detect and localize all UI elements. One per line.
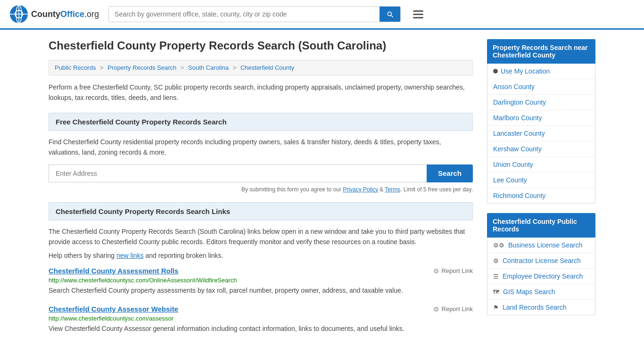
breadcrumb-link-chesterfield[interactable]: Chesterfield County [240, 64, 294, 71]
marlboro-county-link[interactable]: Marlboro County [493, 114, 542, 122]
content-area: Chesterfield County Property Records Sea… [49, 39, 473, 343]
link-item-header: Chesterfield County Assessment Rolls ⚙ R… [49, 267, 473, 275]
employee-directory-link[interactable]: Employee Directory Search [503, 272, 583, 280]
sidebar-item-land-records[interactable]: ⚑ Land Records Search [487, 300, 595, 315]
report-link-label: Report Link [442, 305, 473, 313]
link-item: Chesterfield County Assessment Rolls ⚙ R… [49, 267, 473, 296]
report-link-label: Report Link [442, 267, 473, 274]
search-icon [386, 10, 394, 18]
page-header: CountyOffice.org [0, 0, 644, 30]
free-search-heading: Free Chesterfield County Property Record… [49, 113, 473, 131]
sidebar-item-darlington[interactable]: Darlington County [487, 95, 595, 110]
intro-text: Perform a free Chesterfield County, SC p… [49, 82, 473, 103]
header-search-button[interactable] [380, 7, 400, 22]
nearby-counties-box: Use My Location Anson County Darlington … [487, 64, 595, 204]
land-icon: ⚑ [493, 304, 499, 311]
lee-county-link[interactable]: Lee County [493, 176, 527, 184]
logo-icon [9, 5, 28, 24]
sidebar-item-richmond[interactable]: Richmond County [487, 188, 595, 203]
link-item-header: Chesterfield County Assessor Website ⚙ R… [49, 305, 473, 313]
link-item: Chesterfield County Assessor Website ⚙ R… [49, 305, 473, 334]
report-icon: ⚙ [433, 305, 439, 313]
share-text-post: and reporting broken links. [144, 252, 223, 259]
disclaimer-and: & [378, 186, 385, 193]
business-license-link[interactable]: Business License Search [508, 241, 582, 249]
public-records-box: ⚙⚙ Business License Search ⚙ Contractor … [487, 238, 595, 315]
report-icon: ⚙ [433, 267, 439, 275]
disclaimer-pre: By submitting this form you agree to our [241, 186, 343, 193]
link-url: http://www.chesterfieldcountysc.com/asse… [49, 315, 473, 322]
new-links-link[interactable]: new links [116, 252, 144, 259]
nearby-section-title: Property Records Search near Chesterfiel… [487, 39, 595, 64]
breadcrumb-link-south-carolina[interactable]: South Carolina [188, 64, 229, 71]
sidebar-item-business-license[interactable]: ⚙⚙ Business License Search [487, 238, 595, 253]
logo-text: CountyOffice.org [31, 9, 99, 19]
main-container: Chesterfield County Property Records Sea… [39, 30, 605, 353]
header-search-bar [108, 6, 401, 22]
hamburger-line [413, 14, 423, 15]
use-my-location[interactable]: Use My Location [487, 64, 595, 79]
report-link-button[interactable]: ⚙ Report Link [433, 267, 473, 275]
gear-icon: ⚙ [493, 257, 499, 264]
report-link-button[interactable]: ⚙ Report Link [433, 305, 473, 313]
map-icon: 🗺 [493, 288, 499, 296]
sidebar-item-gis-maps[interactable]: 🗺 GIS Maps Search [487, 284, 595, 300]
breadcrumb-link-public-records[interactable]: Public Records [55, 64, 96, 71]
header-search-input[interactable] [109, 7, 380, 22]
disclaimer-post: . Limit of 5 free uses per day. [400, 186, 473, 193]
search-submit-button[interactable]: Search [427, 165, 473, 182]
hamburger-menu-button[interactable] [410, 8, 426, 21]
breadcrumb-separator: > [100, 64, 105, 71]
hamburger-line [413, 10, 423, 12]
contractor-license-link[interactable]: Contractor License Search [503, 257, 581, 264]
link-url: http://www.chesterfieldcountysc.com/Onli… [49, 277, 473, 284]
lancaster-county-link[interactable]: Lancaster County [493, 130, 545, 137]
address-form: Search [49, 165, 473, 182]
sidebar-item-kershaw[interactable]: Kershaw County [487, 141, 595, 157]
sidebar: Property Records Search near Chesterfiel… [487, 39, 595, 343]
free-search-description: Find Chesterfield County residential pro… [49, 137, 473, 158]
directory-icon: ☰ [493, 273, 499, 280]
links-intro-text: The Chesterfield County Property Records… [49, 226, 473, 247]
public-records-section-title: Chesterfield County Public Records [487, 213, 595, 238]
sidebar-item-employee-directory[interactable]: ☰ Employee Directory Search [487, 269, 595, 284]
sidebar-item-contractor-license[interactable]: ⚙ Contractor License Search [487, 253, 595, 269]
location-dot-icon [493, 69, 498, 74]
hamburger-line [413, 17, 423, 18]
link-description: View Chesterfield County Assessor genera… [49, 324, 473, 334]
gear-icon: ⚙⚙ [493, 242, 504, 249]
land-records-link[interactable]: Land Records Search [503, 304, 566, 311]
address-input[interactable] [49, 165, 427, 182]
links-section: Chesterfield County Property Records Sea… [49, 202, 473, 334]
links-section-heading: Chesterfield County Property Records Sea… [49, 202, 473, 221]
sidebar-item-marlboro[interactable]: Marlboro County [487, 110, 595, 126]
link-description: Search Chesterfield County property asse… [49, 286, 473, 296]
richmond-county-link[interactable]: Richmond County [493, 192, 545, 199]
terms-link[interactable]: Terms [385, 186, 400, 193]
site-logo[interactable]: CountyOffice.org [9, 5, 99, 24]
sidebar-item-union[interactable]: Union County [487, 157, 595, 173]
sidebar-item-anson[interactable]: Anson County [487, 79, 595, 95]
gis-maps-link[interactable]: GIS Maps Search [503, 288, 555, 296]
darlington-county-link[interactable]: Darlington County [493, 99, 546, 106]
use-location-label: Use My Location [501, 67, 550, 75]
privacy-policy-link[interactable]: Privacy Policy [343, 186, 378, 193]
link-item-title[interactable]: Chesterfield County Assessor Website [49, 305, 178, 313]
breadcrumb: Public Records > Property Records Search… [49, 60, 473, 75]
anson-county-link[interactable]: Anson County [493, 83, 535, 90]
kershaw-county-link[interactable]: Kershaw County [493, 145, 542, 153]
link-item-title[interactable]: Chesterfield County Assessment Rolls [49, 267, 178, 275]
new-links-text: Help others by sharing new links and rep… [49, 252, 473, 259]
breadcrumb-separator: > [233, 64, 238, 71]
breadcrumb-link-property-records[interactable]: Property Records Search [107, 64, 176, 71]
sidebar-item-lancaster[interactable]: Lancaster County [487, 126, 595, 141]
union-county-link[interactable]: Union County [493, 161, 533, 168]
breadcrumb-separator: > [181, 64, 186, 71]
page-title: Chesterfield County Property Records Sea… [49, 39, 473, 52]
form-disclaimer: By submitting this form you agree to our… [49, 186, 473, 193]
sidebar-item-lee[interactable]: Lee County [487, 173, 595, 188]
share-text-pre: Help others by sharing [49, 252, 116, 259]
